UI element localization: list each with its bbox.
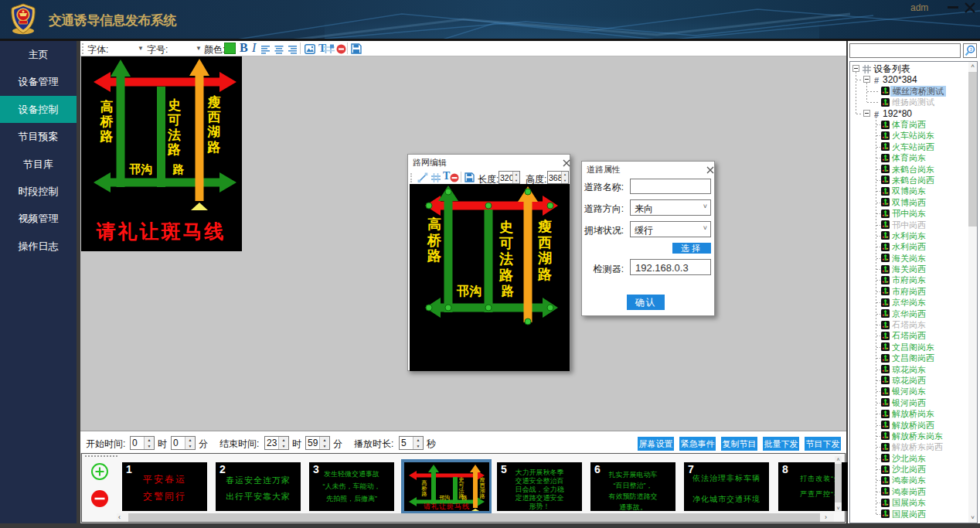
- svg-text:法: 法: [499, 251, 513, 267]
- svg-text:路: 路: [499, 267, 513, 283]
- svg-text:路: 路: [100, 129, 114, 144]
- svg-text:可: 可: [499, 236, 513, 251]
- svg-text:路: 路: [207, 140, 221, 155]
- svg-text:路: 路: [537, 267, 552, 282]
- svg-text:高: 高: [100, 99, 114, 114]
- svg-text:邗沟: 邗沟: [456, 284, 481, 298]
- svg-text:路: 路: [501, 284, 514, 298]
- svg-text:湖: 湖: [480, 488, 485, 493]
- svg-text:路: 路: [480, 493, 485, 499]
- svg-text:3: 3: [970, 47, 972, 52]
- svg-text:史: 史: [168, 98, 181, 113]
- svg-text:湖: 湖: [207, 124, 221, 139]
- svg-text:路: 路: [172, 162, 185, 175]
- svg-text:瘦: 瘦: [537, 219, 552, 234]
- svg-text:请礼让斑马线: 请礼让斑马线: [96, 220, 226, 242]
- svg-text:路: 路: [167, 142, 181, 157]
- svg-text:邗沟: 邗沟: [439, 495, 450, 501]
- svg-text:桥: 桥: [100, 114, 114, 129]
- svg-text:路: 路: [422, 491, 427, 497]
- svg-text:西: 西: [207, 110, 221, 124]
- svg-text:路: 路: [462, 495, 468, 501]
- svg-text:邗沟: 邗沟: [128, 162, 152, 175]
- svg-text:桥: 桥: [427, 233, 442, 248]
- svg-text:可: 可: [167, 113, 181, 128]
- svg-text:法: 法: [167, 128, 181, 142]
- svg-text:路: 路: [427, 248, 441, 264]
- svg-text:湖: 湖: [537, 250, 552, 266]
- svg-text:高: 高: [427, 216, 441, 232]
- svg-text:桥: 桥: [421, 485, 427, 491]
- svg-text:西: 西: [537, 235, 552, 250]
- svg-text:瘦: 瘦: [207, 94, 221, 110]
- svg-text:史: 史: [499, 220, 513, 235]
- svg-text:可: 可: [459, 482, 464, 488]
- svg-text:高: 高: [422, 480, 427, 485]
